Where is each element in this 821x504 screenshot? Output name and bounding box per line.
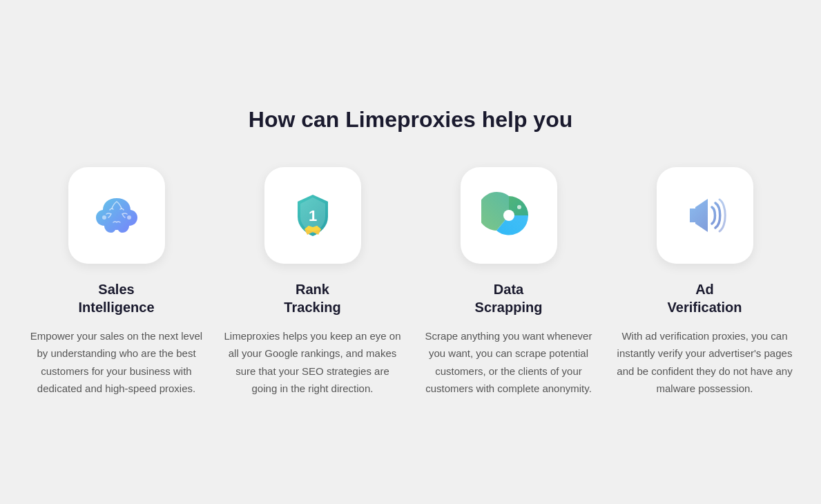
- card-desc-ad-verification: With ad verification proxies, you can in…: [615, 327, 795, 398]
- card-desc-data-scrapping: Scrape anything you want whenever you wa…: [419, 327, 599, 398]
- card-title-ad-verification: AdVerification: [668, 280, 742, 316]
- cards-container: SalesIntelligence Empower your sales on …: [14, 167, 807, 398]
- brain-icon: [89, 188, 144, 243]
- icon-box-speaker: [657, 167, 753, 264]
- svg-point-3: [503, 210, 514, 221]
- icon-box-shield: 1: [264, 167, 361, 264]
- svg-point-0: [102, 215, 106, 220]
- card-rank-tracking: 1 RankTracking Limeproxies helps you kee…: [223, 167, 403, 398]
- icon-box-pie: [461, 167, 557, 264]
- icon-box-brain: [68, 167, 165, 264]
- card-desc-sales-intelligence: Empower your sales on the next level by …: [27, 327, 206, 398]
- svg-point-1: [127, 215, 131, 220]
- card-ad-verification: AdVerification With ad verification prox…: [615, 167, 795, 398]
- svg-point-4: [517, 205, 521, 209]
- card-title-data-scrapping: DataScrapping: [475, 280, 543, 316]
- card-title-rank-tracking: RankTracking: [284, 280, 340, 316]
- card-data-scrapping: DataScrapping Scrape anything you want w…: [419, 167, 599, 398]
- shield-rank-icon: 1: [285, 188, 340, 243]
- svg-text:1: 1: [308, 207, 316, 224]
- pie-chart-icon: [481, 188, 537, 243]
- page-wrapper: How can Limeproxies help you: [14, 107, 807, 398]
- card-sales-intelligence: SalesIntelligence Empower your sales on …: [27, 167, 206, 398]
- page-title: How can Limeproxies help you: [14, 107, 807, 133]
- card-desc-rank-tracking: Limeproxies helps you keep an eye on all…: [223, 327, 403, 398]
- card-title-sales-intelligence: SalesIntelligence: [78, 280, 154, 316]
- speaker-icon: [677, 188, 733, 243]
